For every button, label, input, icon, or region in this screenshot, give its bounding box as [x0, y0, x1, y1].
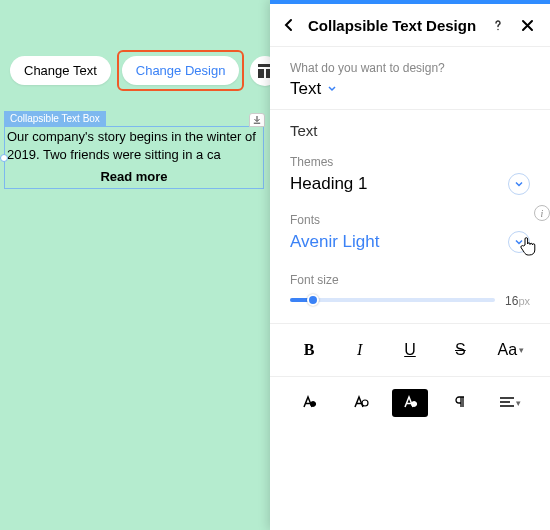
text-outline-button[interactable]: [342, 389, 378, 417]
read-more-link[interactable]: Read more: [5, 167, 263, 188]
help-button[interactable]: [487, 14, 509, 36]
design-target-dropdown[interactable]: Text: [290, 79, 530, 99]
themes-dropdown[interactable]: Heading 1: [290, 173, 530, 195]
download-icon[interactable]: [249, 113, 265, 127]
svg-point-3: [362, 400, 368, 406]
align-icon: [500, 397, 514, 409]
text-format-row: B I U S Aa▾: [270, 323, 550, 376]
design-target-section: What do you want to design? Text: [270, 47, 550, 110]
text-highlight-icon: [401, 395, 419, 411]
themes-value: Heading 1: [290, 174, 368, 194]
collapsible-text-element[interactable]: Collapsible Text Box Our company's story…: [4, 108, 264, 189]
underline-button[interactable]: U: [392, 336, 428, 364]
text-color-icon: [300, 395, 318, 411]
strikethrough-button[interactable]: S: [442, 336, 478, 364]
text-direction-button[interactable]: [442, 389, 478, 417]
text-tools-row: ▾: [270, 376, 550, 429]
help-icon: [491, 18, 505, 32]
element-toolbar: Change Text Change Design: [10, 50, 280, 91]
font-size-section: Font size 16px: [270, 267, 550, 323]
text-subheading: Text: [270, 110, 550, 145]
font-size-label: Font size: [290, 273, 530, 287]
align-button[interactable]: ▾: [493, 389, 529, 417]
font-size-slider[interactable]: [290, 293, 495, 307]
close-icon: [521, 19, 534, 32]
themes-section: Themes Heading 1: [270, 145, 550, 205]
themes-label: Themes: [290, 155, 530, 169]
text-color-button[interactable]: [291, 389, 327, 417]
design-panel: Collapsible Text Design What do you want…: [270, 0, 550, 530]
svg-rect-1: [258, 69, 264, 78]
text-case-button[interactable]: Aa▾: [493, 336, 529, 364]
italic-button[interactable]: I: [342, 336, 378, 364]
fonts-value: Avenir Light: [290, 232, 379, 252]
text-box-frame: Our company's story begins in the winter…: [4, 126, 264, 189]
panel-scroll-body[interactable]: What do you want to design? Text Text Th…: [270, 47, 550, 530]
info-icon[interactable]: i: [534, 205, 550, 221]
font-size-value: 16px: [505, 291, 530, 309]
chevron-down-icon: [514, 179, 524, 189]
design-prompt-label: What do you want to design?: [290, 61, 530, 75]
design-target-value: Text: [290, 79, 321, 99]
fonts-dropdown[interactable]: Avenir Light: [290, 231, 530, 253]
text-direction-icon: [452, 395, 468, 411]
fonts-expand-button[interactable]: [508, 231, 530, 253]
text-highlight-button[interactable]: [392, 389, 428, 417]
close-button[interactable]: [517, 15, 538, 36]
chevron-down-icon: [514, 237, 524, 247]
fonts-section: i Fonts Avenir Light: [270, 205, 550, 267]
fonts-label: Fonts: [290, 213, 530, 227]
text-content: Our company's story begins in the winter…: [5, 127, 263, 167]
tutorial-highlight: Change Design: [117, 50, 245, 91]
resize-handle-left[interactable]: [0, 154, 8, 162]
panel-header: Collapsible Text Design: [270, 4, 550, 47]
chevron-left-icon: [282, 18, 296, 32]
text-outline-icon: [351, 395, 369, 411]
back-button[interactable]: [278, 14, 300, 36]
slider-thumb[interactable]: [307, 294, 319, 306]
themes-expand-button[interactable]: [508, 173, 530, 195]
bold-button[interactable]: B: [291, 336, 327, 364]
change-design-button[interactable]: Change Design: [122, 56, 240, 85]
element-type-label: Collapsible Text Box: [4, 111, 106, 126]
change-text-button[interactable]: Change Text: [10, 56, 111, 85]
panel-title: Collapsible Text Design: [308, 17, 479, 34]
chevron-down-icon: [327, 84, 337, 94]
